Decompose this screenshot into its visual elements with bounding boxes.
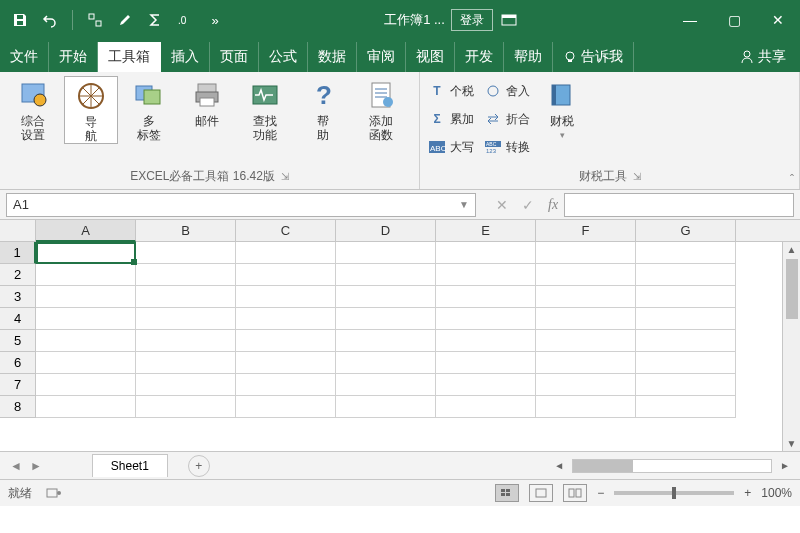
col-header[interactable]: C [236, 220, 336, 242]
cell[interactable] [136, 308, 236, 330]
tab-page[interactable]: 页面 [210, 42, 259, 72]
accumulate-button[interactable]: Σ累加 [428, 106, 474, 132]
cell[interactable] [36, 352, 136, 374]
convert-rate-button[interactable]: 折合 [484, 106, 530, 132]
zoom-slider[interactable] [614, 491, 734, 495]
zoom-in-icon[interactable]: + [744, 486, 751, 500]
col-header[interactable]: D [336, 220, 436, 242]
name-box[interactable]: A1▼ [6, 193, 476, 217]
addfunc-button[interactable]: 添加函数 [354, 76, 408, 142]
cell[interactable] [36, 286, 136, 308]
row-header[interactable]: 1 [0, 242, 36, 264]
convert-button[interactable]: ABC123转换 [484, 134, 530, 160]
tab-review[interactable]: 审阅 [357, 42, 406, 72]
col-header[interactable]: B [136, 220, 236, 242]
cell[interactable] [436, 374, 536, 396]
row-header[interactable]: 7 [0, 374, 36, 396]
col-header[interactable]: G [636, 220, 736, 242]
cell[interactable] [336, 352, 436, 374]
touch-icon[interactable] [85, 10, 105, 30]
cell[interactable] [136, 242, 236, 264]
fx-icon[interactable]: fx [548, 197, 558, 213]
row-header[interactable]: 6 [0, 352, 36, 374]
zoom-out-icon[interactable]: − [597, 486, 604, 500]
tab-help[interactable]: 帮助 [504, 42, 553, 72]
cell[interactable] [436, 352, 536, 374]
dialog-launcher-icon[interactable]: ⇲ [633, 171, 641, 182]
cell[interactable] [536, 308, 636, 330]
cell[interactable] [336, 286, 436, 308]
hscroll-thumb[interactable] [573, 460, 633, 472]
select-all-corner[interactable] [0, 220, 36, 242]
cell[interactable] [236, 330, 336, 352]
cell[interactable] [136, 352, 236, 374]
col-header[interactable]: F [536, 220, 636, 242]
find-button[interactable]: 查找功能 [238, 76, 292, 142]
multitab-button[interactable]: 多标签 [122, 76, 176, 142]
macro-record-icon[interactable] [46, 486, 62, 500]
decimal-icon[interactable]: .0 [175, 10, 195, 30]
tab-tools[interactable]: 工具箱 [98, 42, 161, 72]
scroll-down-icon[interactable]: ▼ [787, 436, 797, 451]
cell[interactable] [136, 286, 236, 308]
personal-tax-button[interactable]: T个税 [428, 78, 474, 104]
login-button[interactable]: 登录 [451, 9, 493, 31]
cell[interactable] [636, 330, 736, 352]
add-sheet-button[interactable]: + [188, 455, 210, 477]
cell[interactable] [236, 264, 336, 286]
dialog-launcher-icon[interactable]: ⇲ [281, 171, 289, 182]
row-header[interactable]: 4 [0, 308, 36, 330]
cell[interactable] [436, 308, 536, 330]
row-header[interactable]: 5 [0, 330, 36, 352]
cell[interactable] [636, 286, 736, 308]
cell[interactable] [336, 396, 436, 418]
cell[interactable] [236, 352, 336, 374]
cell[interactable] [36, 330, 136, 352]
cell[interactable] [36, 264, 136, 286]
sheet-tab[interactable]: Sheet1 [92, 454, 168, 477]
close-button[interactable]: ✕ [756, 0, 800, 40]
formula-input[interactable] [564, 193, 794, 217]
row-header[interactable]: 2 [0, 264, 36, 286]
cell[interactable] [36, 242, 136, 264]
tab-home[interactable]: 开始 [49, 42, 98, 72]
cell[interactable] [536, 286, 636, 308]
mail-button[interactable]: 邮件 [180, 76, 234, 142]
cell[interactable] [336, 264, 436, 286]
cell[interactable] [236, 242, 336, 264]
tab-view[interactable]: 视图 [406, 42, 455, 72]
cell[interactable] [436, 396, 536, 418]
cell[interactable] [236, 286, 336, 308]
tab-file[interactable]: 文件 [0, 42, 49, 72]
scroll-left-icon[interactable]: ◄ [550, 460, 568, 471]
enter-icon[interactable]: ✓ [522, 197, 534, 213]
round-button[interactable]: 舍入 [484, 78, 530, 104]
share-button[interactable]: 共享 [726, 42, 800, 72]
cell[interactable] [136, 396, 236, 418]
cell[interactable] [336, 374, 436, 396]
tab-insert[interactable]: 插入 [161, 42, 210, 72]
more-icon[interactable]: » [205, 10, 225, 30]
cell[interactable] [136, 264, 236, 286]
tab-data[interactable]: 数据 [308, 42, 357, 72]
brush-icon[interactable] [115, 10, 135, 30]
cell[interactable] [636, 242, 736, 264]
cell[interactable] [536, 264, 636, 286]
zoom-label[interactable]: 100% [761, 486, 792, 500]
cell[interactable] [136, 330, 236, 352]
cell[interactable] [36, 396, 136, 418]
row-header[interactable]: 8 [0, 396, 36, 418]
cancel-icon[interactable]: ✕ [496, 197, 508, 213]
minimize-button[interactable]: — [668, 0, 712, 40]
tab-tellme[interactable]: 告诉我 [553, 42, 634, 72]
cell[interactable] [36, 374, 136, 396]
undo-icon[interactable] [40, 10, 60, 30]
cell[interactable] [236, 374, 336, 396]
cell[interactable] [436, 330, 536, 352]
cell[interactable] [236, 308, 336, 330]
collapse-ribbon-icon[interactable]: ˆ [790, 173, 794, 187]
sum-icon[interactable] [145, 10, 165, 30]
normal-view-button[interactable] [495, 484, 519, 502]
zoom-thumb[interactable] [672, 487, 676, 499]
uppercase-button[interactable]: ABC大写 [428, 134, 474, 160]
